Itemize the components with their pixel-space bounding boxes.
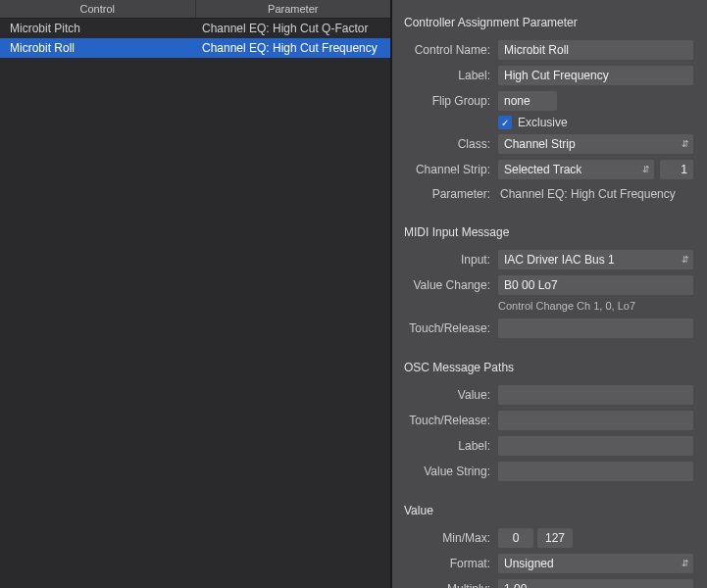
- chevron-updown-icon: ⇵: [682, 253, 687, 267]
- cell-control: Microbit Pitch: [0, 22, 196, 35]
- inspector-panel: Controller Assignment Parameter Control …: [392, 0, 707, 588]
- exclusive-checkbox[interactable]: ✓: [498, 116, 512, 129]
- value-string-field[interactable]: [498, 462, 693, 481]
- class-select[interactable]: Channel Strip ⇵: [498, 134, 693, 154]
- assignments-table: Control Parameter Microbit Pitch Channel…: [0, 0, 392, 588]
- section-title-midi: MIDI Input Message: [404, 225, 693, 239]
- table-header: Control Parameter: [0, 0, 390, 19]
- label-channel-strip: Channel Strip:: [402, 163, 490, 176]
- touch-release-field[interactable]: [498, 318, 693, 338]
- osc-touch-field[interactable]: [498, 411, 693, 430]
- value-change-field[interactable]: [498, 275, 693, 295]
- table-row[interactable]: Microbit Roll Channel EQ: High Cut Frequ…: [0, 38, 390, 58]
- section-title-assignment: Controller Assignment Parameter: [404, 16, 693, 29]
- cell-parameter: Channel EQ: High Cut Q-Factor: [196, 22, 390, 35]
- cell-control: Microbit Roll: [0, 41, 196, 55]
- format-select[interactable]: Unsigned ⇵: [498, 554, 693, 573]
- label-minmax: Min/Max:: [402, 531, 490, 545]
- label-osc-touch: Touch/Release:: [402, 414, 490, 427]
- osc-label-field[interactable]: [498, 436, 693, 456]
- label-format: Format:: [402, 557, 490, 570]
- control-name-field[interactable]: [498, 40, 693, 60]
- chevron-updown-icon: ⇵: [682, 557, 687, 570]
- section-title-osc: OSC Message Paths: [404, 361, 693, 374]
- table-body: Microbit Pitch Channel EQ: High Cut Q-Fa…: [0, 19, 390, 588]
- table-row[interactable]: Microbit Pitch Channel EQ: High Cut Q-Fa…: [0, 19, 390, 38]
- label-value-string: Value String:: [402, 465, 490, 478]
- value-change-description: Control Change Ch 1, 0, Lo7: [402, 300, 693, 312]
- label-value-change: Value Change:: [402, 278, 490, 292]
- min-field[interactable]: [498, 528, 533, 548]
- max-field[interactable]: [537, 528, 573, 548]
- channel-strip-select[interactable]: Selected Track ⇵: [498, 160, 654, 179]
- label-touch-release: Touch/Release:: [402, 321, 490, 335]
- chevron-updown-icon: ⇵: [682, 137, 687, 151]
- label-input: Input:: [402, 253, 490, 267]
- col-parameter[interactable]: Parameter: [196, 0, 391, 18]
- channel-strip-number[interactable]: [660, 160, 693, 179]
- exclusive-label: Exclusive: [518, 116, 568, 129]
- cell-parameter: Channel EQ: High Cut Frequency: [196, 41, 390, 55]
- label-multiply: Multiply:: [402, 582, 490, 588]
- section-title-value: Value: [404, 504, 693, 517]
- label-osc-value: Value:: [402, 388, 490, 402]
- label-flip-group: Flip Group:: [402, 94, 490, 108]
- label-label: Label:: [402, 69, 490, 82]
- multiply-field[interactable]: [498, 579, 693, 588]
- label-class: Class:: [402, 137, 490, 151]
- label-field[interactable]: [498, 66, 693, 85]
- label-control-name: Control Name:: [402, 43, 490, 57]
- parameter-value: Channel EQ: High Cut Frequency: [498, 187, 676, 201]
- chevron-updown-icon: ⇵: [642, 163, 648, 176]
- label-parameter: Parameter:: [402, 187, 490, 201]
- check-icon: ✓: [501, 118, 509, 128]
- col-control[interactable]: Control: [0, 0, 196, 18]
- label-osc-label: Label:: [402, 439, 490, 453]
- input-select[interactable]: IAC Driver IAC Bus 1 ⇵: [498, 250, 693, 270]
- osc-value-field[interactable]: [498, 385, 693, 405]
- flip-group-field[interactable]: [498, 91, 557, 111]
